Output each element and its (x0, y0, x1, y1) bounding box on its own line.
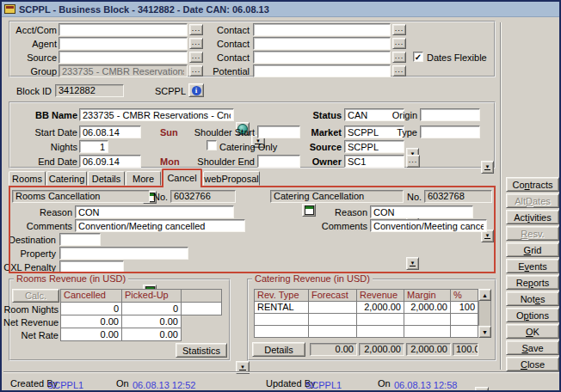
total-margin: 2,000.00 (406, 343, 451, 356)
owner-field[interactable] (344, 155, 404, 168)
scroll-down-icon[interactable]: ▼ (478, 326, 491, 338)
type-label: Type (380, 127, 417, 138)
tab-rooms[interactable]: Rooms (9, 171, 46, 186)
agent-lookup-button[interactable]: ... (189, 38, 203, 49)
tab-cancel[interactable]: Cancel (162, 168, 202, 187)
net-revenue-cancelled: 0.00 (60, 315, 122, 328)
source-field[interactable] (59, 51, 188, 64)
room-nights-pickedup: 0 (121, 302, 182, 315)
type-field[interactable] (420, 126, 480, 138)
net-revenue-pickedup: 0.00 (121, 315, 182, 328)
catering-only-label: Catering Only (219, 142, 288, 153)
cat-col-pct: % (450, 289, 478, 302)
activities-button[interactable]: Activities (506, 210, 559, 224)
contact1-lookup-button[interactable]: ... (392, 24, 406, 35)
cat-empty-cell (404, 313, 451, 326)
net-rate-cancelled: 0.00 (60, 328, 122, 341)
window-title: SCPPL - Business Block - 3412882 - Date … (19, 4, 269, 15)
cat-row-margin: 2,000.00 (404, 301, 451, 314)
scroll-up-icon[interactable]: ▲ (478, 289, 491, 301)
group-field[interactable] (59, 64, 188, 77)
agent-label: Agent (12, 39, 57, 50)
cat-row-revtype: RENTAL (254, 301, 309, 314)
created-on-value: 06.08.13 12:52 (133, 380, 210, 391)
source-md-field[interactable] (344, 140, 404, 153)
contact3-field[interactable] (253, 51, 391, 64)
nights-label: Nights (36, 142, 77, 153)
total-revenue: 2,000.00 (359, 343, 404, 356)
origin-dropdown-button[interactable] (481, 161, 494, 174)
notes-button[interactable]: Notes (506, 291, 559, 306)
source-lookup-button[interactable]: ... (189, 52, 203, 63)
source-label: Source (12, 52, 57, 64)
created-by-value: SCPPL1 (47, 380, 90, 391)
net-rate-pickedup: 0.00 (121, 328, 182, 341)
catering-reason-dropdown-button[interactable] (475, 387, 489, 392)
updated-on-value: 06.08.13 12:58 (394, 380, 472, 391)
ok-button[interactable]: OK (506, 324, 559, 339)
market-label: Market (294, 127, 342, 138)
net-revenue-label: Net Revenue (3, 317, 59, 328)
catering-only-checkbox[interactable] (207, 140, 217, 150)
potential-lookup-button[interactable]: ... (392, 65, 406, 77)
save-button[interactable]: Save (506, 340, 559, 355)
reports-button[interactable]: Reports (506, 275, 559, 290)
contact2-lookup-button[interactable]: ... (392, 38, 406, 49)
scrollbar-track[interactable] (478, 301, 491, 326)
details-button[interactable]: Details (252, 342, 305, 357)
owner-lookup-button[interactable]: ... (406, 155, 420, 168)
origin-field[interactable] (420, 108, 480, 121)
origin-label: Origin (380, 110, 417, 121)
acct-com-lookup-button[interactable]: ... (189, 24, 203, 35)
acct-com-label: Acct/Com (12, 25, 57, 36)
rooms-col-pickedup: Picked-Up (121, 289, 182, 303)
room-nights-extra (181, 302, 222, 315)
room-nights-label: Room Nights (3, 304, 59, 315)
tab-details[interactable]: Details (88, 171, 125, 186)
bb-name-field[interactable] (79, 108, 234, 121)
tab-webproposal[interactable]: webProposal (203, 171, 260, 186)
dates-flexible-checkbox[interactable]: ✓ (413, 52, 423, 62)
tab-more[interactable]: More (126, 171, 161, 186)
contact1-label: Contact (208, 25, 250, 36)
catering-revenue-title: Catering Revenue (in USD) (252, 273, 373, 284)
room-nights-cancelled: 0 (60, 302, 122, 315)
close-button[interactable]: Close (506, 357, 559, 371)
created-on-label: On (116, 378, 132, 389)
cat-col-forecast: Forecast (308, 289, 357, 302)
dates-flexible-label: Dates Flexible (427, 52, 496, 64)
cat-empty-cell (308, 313, 357, 326)
net-rate-label: Net Rate (3, 330, 59, 341)
shoulder-start-label: Shoulder Start (188, 127, 255, 138)
group-lookup-button[interactable]: ... (189, 65, 203, 77)
vertical-divider (500, 22, 502, 370)
nights-field[interactable] (79, 140, 108, 153)
cat-row-revenue: 2,000.00 (356, 301, 404, 314)
events-button[interactable]: Events (506, 259, 559, 273)
end-date-field[interactable] (79, 155, 141, 168)
potential-label: Potential (208, 66, 250, 77)
grid-button[interactable]: Grid (506, 242, 559, 257)
shoulder-end-label: Shoulder End (188, 156, 255, 168)
total-pct: 100.00 (453, 343, 478, 356)
contact3-lookup-button[interactable]: ... (392, 52, 406, 63)
tab-catering[interactable]: Catering (46, 171, 87, 186)
app-icon (4, 4, 15, 14)
options-button[interactable]: Options (506, 308, 559, 322)
statistics-button[interactable]: Statistics (176, 343, 227, 358)
cat-empty-cell (450, 325, 478, 338)
cat-row-forecast (308, 301, 357, 314)
contact2-field[interactable] (253, 37, 391, 50)
potential-field[interactable] (253, 64, 391, 77)
cat-empty-cell (356, 313, 404, 326)
cat-empty-cell (308, 325, 357, 338)
agent-field[interactable] (59, 37, 188, 50)
acct-com-field[interactable] (59, 23, 188, 36)
title-bar: SCPPL - Business Block - 3412882 - Date … (2, 2, 559, 17)
info-icon[interactable] (188, 83, 204, 97)
contact1-field[interactable] (253, 23, 391, 36)
contracts-button[interactable]: Contracts (506, 177, 559, 192)
end-day-text: Mon (160, 156, 186, 168)
alt-dates-button: Alt Dates (506, 193, 559, 208)
start-date-field[interactable] (79, 126, 141, 138)
